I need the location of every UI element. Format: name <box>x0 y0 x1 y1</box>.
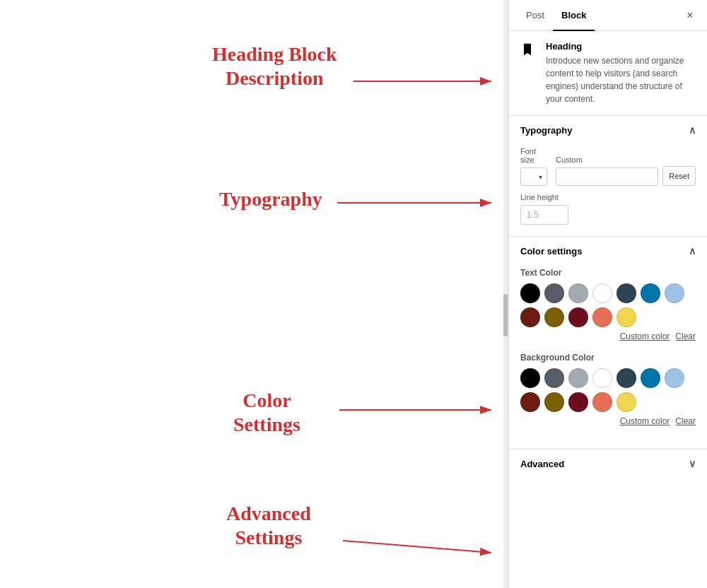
bg-custom-color-link[interactable]: Custom color <box>620 416 670 426</box>
bg-color-swatch[interactable] <box>592 392 612 412</box>
svg-line-7 <box>343 541 491 553</box>
bg-clear-link[interactable]: Clear <box>675 416 696 426</box>
text-color-swatch[interactable] <box>544 283 564 303</box>
text-color-swatch[interactable] <box>592 283 612 303</box>
text-color-swatch[interactable] <box>520 307 540 327</box>
font-size-select-wrapper: Default ▾ <box>520 167 547 186</box>
bg-color-actions: Custom color Clear <box>520 416 696 426</box>
color-settings-chevron: ∧ <box>689 245 696 257</box>
text-color-swatch[interactable] <box>617 283 636 303</box>
custom-group: Custom Reset <box>556 147 696 186</box>
block-info: Heading Introduce new sections and organ… <box>509 31 707 116</box>
text-color-swatch[interactable] <box>568 283 588 303</box>
bg-color-swatch[interactable] <box>617 368 636 388</box>
line-height-row: Line height <box>520 193 696 225</box>
bg-color-swatch[interactable] <box>641 368 660 388</box>
heading-icon <box>520 41 537 58</box>
text-clear-link[interactable]: Clear <box>675 331 696 341</box>
text-color-swatch[interactable] <box>665 283 684 303</box>
annotation-typography: Typography <box>219 187 322 211</box>
sidebar-tabs: Post Block × <box>509 0 707 31</box>
typography-section: Typography ∧ Font size Default ▾ Custom <box>509 116 707 237</box>
bg-color-swatch[interactable] <box>544 392 564 412</box>
text-custom-color-link[interactable]: Custom color <box>620 331 670 341</box>
text-color-swatches <box>520 283 696 327</box>
custom-label: Custom <box>556 155 658 164</box>
line-height-input[interactable] <box>520 205 568 225</box>
color-settings-body: Text Color Custom color Clear Background… <box>509 265 707 449</box>
typography-header[interactable]: Typography ∧ <box>509 116 707 144</box>
close-button[interactable]: × <box>682 7 699 24</box>
bg-color-swatch[interactable] <box>568 368 588 388</box>
font-size-label: Font size <box>520 147 547 164</box>
bg-color-swatch[interactable] <box>617 392 636 412</box>
text-color-swatch[interactable] <box>568 307 588 327</box>
font-size-select[interactable]: Default <box>521 168 547 185</box>
annotation-advanced: AdvancedSettings <box>226 502 311 549</box>
color-settings-header[interactable]: Color settings ∧ <box>509 237 707 265</box>
tab-post[interactable]: Post <box>518 0 553 31</box>
custom-input-wrap: Custom <box>556 155 658 186</box>
font-size-group: Font size Default ▾ <box>520 147 547 186</box>
text-color-swatch[interactable] <box>617 307 636 327</box>
text-color-actions: Custom color Clear <box>520 331 696 341</box>
bg-color-swatch[interactable] <box>592 368 612 388</box>
color-settings-section: Color settings ∧ Text Color Custom color… <box>509 237 707 449</box>
advanced-label: Advanced <box>520 459 564 469</box>
block-description: Introduce new sections and organize cont… <box>546 54 696 105</box>
custom-font-size-input[interactable] <box>556 167 658 186</box>
main-canvas: Heading BlockDescription Typography Colo… <box>0 0 508 588</box>
bg-color-swatch[interactable] <box>544 368 564 388</box>
sidebar: Post Block × Heading Introduce new secti… <box>508 0 707 588</box>
text-color-swatch[interactable] <box>520 283 540 303</box>
tab-block[interactable]: Block <box>553 0 595 31</box>
annotation-color: ColorSettings <box>233 389 300 436</box>
typography-chevron: ∧ <box>689 124 696 136</box>
block-title: Heading <box>546 41 696 52</box>
font-size-row: Font size Default ▾ Custom Reset <box>520 147 696 186</box>
scroll-indicator <box>503 0 508 588</box>
text-color-swatch[interactable] <box>544 307 564 327</box>
line-height-label: Line height <box>520 193 696 201</box>
bg-color-swatch[interactable] <box>665 368 684 388</box>
bg-color-swatch[interactable] <box>568 392 588 412</box>
typography-body: Font size Default ▾ Custom Reset <box>509 144 707 236</box>
reset-button[interactable]: Reset <box>662 166 696 186</box>
advanced-header[interactable]: Advanced ∨ <box>509 449 707 478</box>
text-color-swatch[interactable] <box>641 283 660 303</box>
annotation-heading: Heading BlockDescription <box>212 42 337 90</box>
bookmark-icon <box>520 42 534 57</box>
bg-color-swatch[interactable] <box>520 392 540 412</box>
bg-color-swatch[interactable] <box>520 368 540 388</box>
text-color-swatch[interactable] <box>592 307 612 327</box>
scroll-thumb <box>503 294 508 336</box>
background-color-title: Background Color <box>520 353 696 363</box>
text-color-title: Text Color <box>520 268 696 278</box>
advanced-chevron: ∨ <box>689 458 696 469</box>
typography-label: Typography <box>520 125 572 136</box>
color-settings-label: Color settings <box>520 246 582 257</box>
block-info-text: Heading Introduce new sections and organ… <box>546 41 696 105</box>
bg-color-swatches <box>520 368 696 412</box>
advanced-section: Advanced ∨ <box>509 449 707 478</box>
